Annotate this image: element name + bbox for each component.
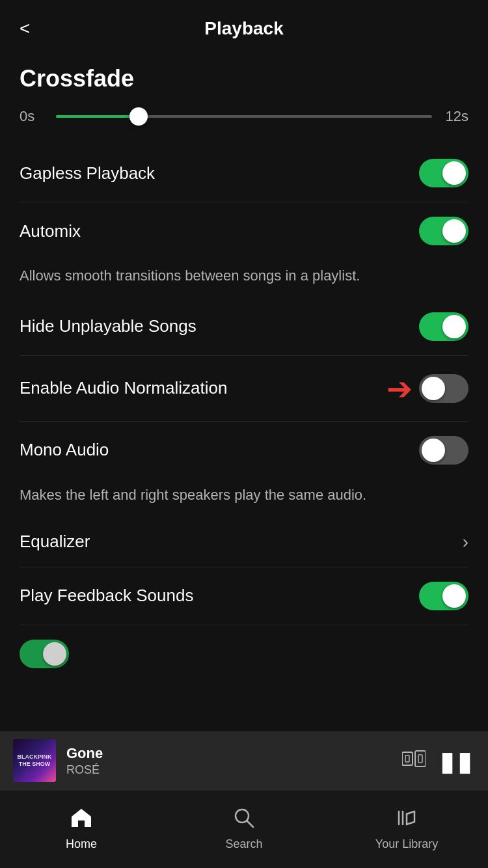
toggle-knob-hide-unplayable [442,315,466,338]
setting-label-gapless-playback: Gapless Playback [20,163,155,183]
setting-row-gapless-playback: Gapless Playback [20,144,468,202]
setting-row-automix: Automix [20,202,468,260]
crossfade-slider[interactable] [56,115,432,118]
toggle-knob-play-feedback [442,584,466,608]
svg-rect-1 [405,755,409,762]
mono-audio-section: Mono Audio Makes the left and right spea… [20,422,468,517]
toggle-partial[interactable] [20,640,69,668]
device-connect-icon[interactable] [402,750,426,772]
bottom-navigation: Home Search Your Library [0,790,488,868]
setting-label-hide-unplayable: Hide Unplayable Songs [20,316,197,336]
toggle-knob-audio-normalization [422,377,445,400]
svg-line-5 [247,821,254,828]
nav-library[interactable]: Your Library [325,807,488,851]
setting-row-hide-unplayable: Hide Unplayable Songs [20,298,468,356]
svg-rect-0 [402,752,413,765]
setting-label-equalizer: Equalizer [20,532,90,552]
track-artist: ROSÉ [66,763,392,777]
toggle-gapless-playback[interactable] [419,159,468,187]
svg-line-8 [407,811,414,814]
slider-thumb[interactable] [129,107,148,126]
toggle-knob-partial [43,642,66,666]
toggle-play-feedback[interactable] [419,582,468,610]
toggle-knob-mono-audio [422,439,445,462]
toggle-mono-audio[interactable] [419,436,468,465]
header: < Playback [0,0,488,52]
playback-controls: ▮▮ [402,745,475,777]
slider-fill [56,115,139,118]
setting-row-mono-audio: Mono Audio [20,422,468,479]
search-icon [234,807,254,834]
setting-label-play-feedback: Play Feedback Sounds [20,586,193,606]
album-art-inner: BLACKPINK THE SHOW [13,739,56,782]
setting-row-equalizer[interactable]: Equalizer › [20,517,468,567]
toggle-hide-unplayable[interactable] [419,312,468,341]
slider-min-label: 0s [20,108,46,125]
album-art: BLACKPINK THE SHOW [13,739,56,782]
nav-library-label: Your Library [375,837,438,851]
svg-rect-3 [418,755,422,763]
setting-row-audio-normalization: Enable Audio Normalization ➔ [20,356,468,422]
arrow-toggle-container: ➔ [386,370,468,407]
partial-setting-row [20,625,468,668]
automix-description: Allows smooth transitions between songs … [20,260,468,298]
toggle-automix[interactable] [419,217,468,245]
page-title: Playback [204,18,283,39]
library-icon [396,807,417,834]
track-info: Gone ROSÉ [66,745,392,777]
track-title: Gone [66,745,392,762]
setting-row-play-feedback: Play Feedback Sounds [20,567,468,625]
toggle-audio-normalization[interactable] [419,374,468,403]
crossfade-title: Crossfade [20,65,468,92]
setting-label-mono-audio: Mono Audio [20,440,109,460]
automix-section: Automix Allows smooth transitions betwee… [20,202,468,298]
setting-label-audio-normalization: Enable Audio Normalization [20,378,227,398]
red-arrow-icon: ➔ [386,370,413,407]
back-button[interactable]: < [20,18,30,39]
crossfade-slider-container: 0s 12s [20,108,468,125]
toggle-knob-automix [442,219,466,243]
nav-home-label: Home [66,837,97,851]
home-icon [70,807,92,834]
setting-label-automix: Automix [20,221,81,241]
chevron-icon: › [463,532,468,552]
nav-home[interactable]: Home [0,807,163,851]
nav-search-label: Search [225,837,262,851]
toggle-knob-gapless-playback [442,161,466,185]
settings-content: Crossfade 0s 12s Gapless Playback Automi… [0,52,488,818]
album-text: BLACKPINK THE SHOW [18,753,52,768]
pause-button[interactable]: ▮▮ [440,745,475,777]
svg-line-9 [407,822,414,824]
nav-search[interactable]: Search [163,807,325,851]
slider-max-label: 12s [442,108,468,125]
now-playing-bar[interactable]: BLACKPINK THE SHOW Gone ROSÉ ▮▮ [0,731,488,790]
svg-rect-2 [415,751,426,766]
mono-audio-description: Makes the left and right speakers play t… [20,479,468,517]
